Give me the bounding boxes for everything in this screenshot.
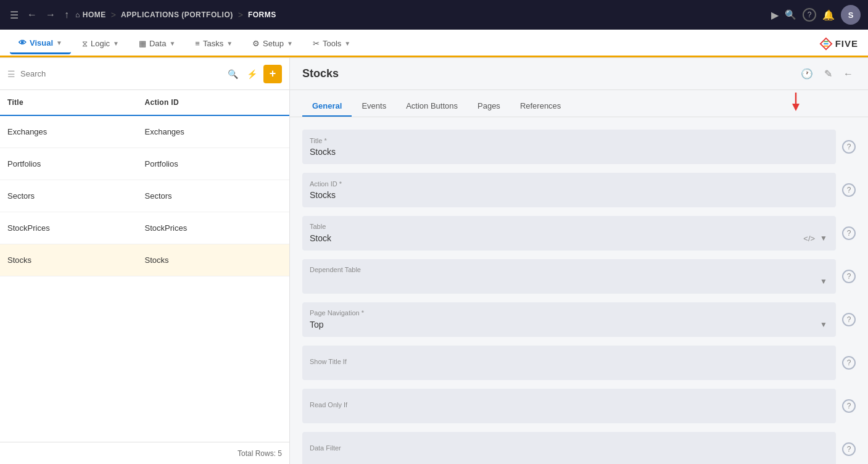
tab-action-buttons[interactable]: Action Buttons: [396, 95, 468, 117]
tasks-arrow: ▼: [226, 40, 233, 47]
help-button[interactable]: ?: [803, 8, 816, 22]
read-only-field[interactable]: Read Only If: [302, 389, 836, 423]
page-nav-help-icon[interactable]: ?: [842, 313, 856, 326]
right-header: Stocks 🕐 ✎ ←: [290, 58, 868, 90]
nav-tools[interactable]: ✂ Tools ▼: [304, 34, 359, 53]
table-field[interactable]: Table Stock </> ▼: [302, 216, 836, 251]
title-field-row: Title * Stocks ?: [302, 130, 856, 164]
dependent-table-field[interactable]: Dependent Table ▼: [302, 259, 836, 294]
search-input[interactable]: [20, 69, 220, 78]
table-code-button[interactable]: </>: [802, 233, 816, 244]
row-action-id: StockPrices: [145, 223, 283, 233]
nav-visual[interactable]: 👁 Visual ▼: [10, 33, 71, 54]
table-row[interactable]: Portfolios Portfolios: [0, 148, 289, 180]
row-title: Stocks: [7, 255, 145, 265]
table-help-icon[interactable]: ?: [842, 226, 856, 240]
play-button[interactable]: ▶: [771, 9, 779, 21]
search-actions: 🔍 ⚡ +: [225, 65, 282, 83]
nav-left: ☰ ← → ↑ ⌂ HOME > APPLICATIONS (PORTFOLIO…: [7, 7, 766, 23]
forms-button[interactable]: FORMS: [248, 10, 276, 19]
action-id-field[interactable]: Action ID * Stocks: [302, 173, 836, 207]
tab-references[interactable]: References: [510, 95, 571, 117]
five-logo-icon: [819, 37, 833, 51]
table-field-label: Table: [310, 223, 829, 230]
up-button[interactable]: ↑: [62, 7, 72, 23]
table-dropdown-button[interactable]: ▼: [819, 233, 829, 244]
applications-button[interactable]: APPLICATIONS (PORTFOLIO): [121, 10, 233, 19]
read-only-help-icon[interactable]: ?: [842, 399, 856, 413]
data-filter-label: Data Filter: [310, 444, 829, 452]
nav-tasks[interactable]: ≡ Tasks ▼: [186, 34, 241, 53]
back-button[interactable]: ←: [25, 7, 39, 23]
tab-events[interactable]: Events: [352, 95, 396, 117]
forward-icon: →: [46, 9, 56, 20]
applications-label: APPLICATIONS (PORTFOLIO): [121, 10, 233, 19]
notification-button[interactable]: 🔔: [822, 9, 835, 21]
dependent-table-dropdown[interactable]: ▼: [819, 276, 829, 287]
data-filter-help-icon[interactable]: ?: [842, 442, 856, 456]
show-title-help-icon[interactable]: ?: [842, 356, 856, 370]
menu-button[interactable]: ☰: [7, 7, 21, 23]
logic-label: Logic: [91, 39, 110, 48]
table-field-icons: </> ▼: [802, 233, 829, 244]
history-button[interactable]: 🕐: [798, 65, 816, 82]
visual-label: Visual: [30, 38, 53, 48]
add-button[interactable]: +: [263, 65, 282, 83]
page-nav-dropdown[interactable]: ▼: [819, 319, 829, 330]
title-help-icon[interactable]: ?: [842, 140, 856, 154]
forward-button[interactable]: →: [43, 7, 58, 23]
row-action-id: Sectors: [145, 191, 283, 201]
data-filter-field[interactable]: Data Filter: [302, 432, 836, 464]
visual-icon: 👁: [19, 38, 27, 48]
forms-label: FORMS: [248, 10, 276, 19]
column-action-id: Action ID: [145, 98, 283, 107]
setup-label: Setup: [263, 39, 284, 48]
tab-pages[interactable]: Pages: [468, 95, 510, 117]
search-icon-button[interactable]: 🔍: [785, 9, 796, 20]
page-nav-icons: ▼: [819, 319, 829, 330]
title-field[interactable]: Title * Stocks: [302, 130, 836, 164]
row-title: Exchanges: [7, 127, 145, 136]
dependent-table-help-icon[interactable]: ?: [842, 270, 856, 283]
nav-setup[interactable]: ⚙ Setup ▼: [244, 34, 302, 53]
bell-icon: 🔔: [822, 9, 835, 21]
action-id-value: Stocks: [310, 190, 829, 200]
table-row[interactable]: StockPrices StockPrices: [0, 212, 289, 244]
lightning-icon: ⚡: [247, 69, 257, 79]
edit-icon: ✎: [824, 68, 832, 79]
back-icon: ←: [27, 9, 37, 20]
table-row-active[interactable]: Stocks Stocks: [0, 244, 289, 276]
search-icon: 🔍: [228, 69, 238, 79]
home-icon: ⌂: [75, 10, 80, 19]
action-id-label: Action ID *: [310, 180, 829, 188]
tools-icon: ✂: [313, 39, 320, 48]
add-icon: +: [270, 67, 276, 80]
tab-general[interactable]: General: [302, 95, 352, 117]
action-id-field-row: Action ID * Stocks ?: [302, 173, 856, 207]
nav-data[interactable]: ▦ Data ▼: [130, 34, 184, 53]
home-button[interactable]: ⌂ HOME: [75, 10, 106, 19]
tabs-bar: General Events Action Buttons Pages Refe…: [290, 90, 868, 117]
lightning-button[interactable]: ⚡: [244, 67, 260, 81]
data-icon: ▦: [139, 39, 146, 48]
five-logo-text: FIVE: [835, 38, 858, 49]
play-icon: ▶: [771, 9, 779, 21]
search-submit-button[interactable]: 🔍: [225, 67, 241, 81]
table-row[interactable]: Exchanges Exchanges: [0, 116, 289, 148]
dependent-table-with-icons: ▼: [310, 276, 829, 287]
tab-pages-label: Pages: [477, 101, 500, 110]
nav-logic[interactable]: ⧖ Logic ▼: [73, 34, 128, 54]
filter-icon: ☰: [7, 69, 15, 79]
close-icon: ←: [843, 68, 853, 79]
avatar-button[interactable]: S: [841, 5, 861, 25]
setup-icon: ⚙: [252, 39, 260, 48]
close-right-button[interactable]: ←: [841, 66, 856, 82]
data-filter-field-row: Data Filter ?: [302, 432, 856, 464]
title-field-label: Title *: [310, 137, 829, 144]
page-nav-field[interactable]: Page Navigation * Top ▼: [302, 302, 836, 337]
history-icon: 🕐: [801, 68, 813, 79]
action-id-help-icon[interactable]: ?: [842, 183, 856, 197]
table-row[interactable]: Sectors Sectors: [0, 180, 289, 212]
edit-button[interactable]: ✎: [822, 65, 835, 82]
show-title-field[interactable]: Show Title If: [302, 346, 836, 380]
